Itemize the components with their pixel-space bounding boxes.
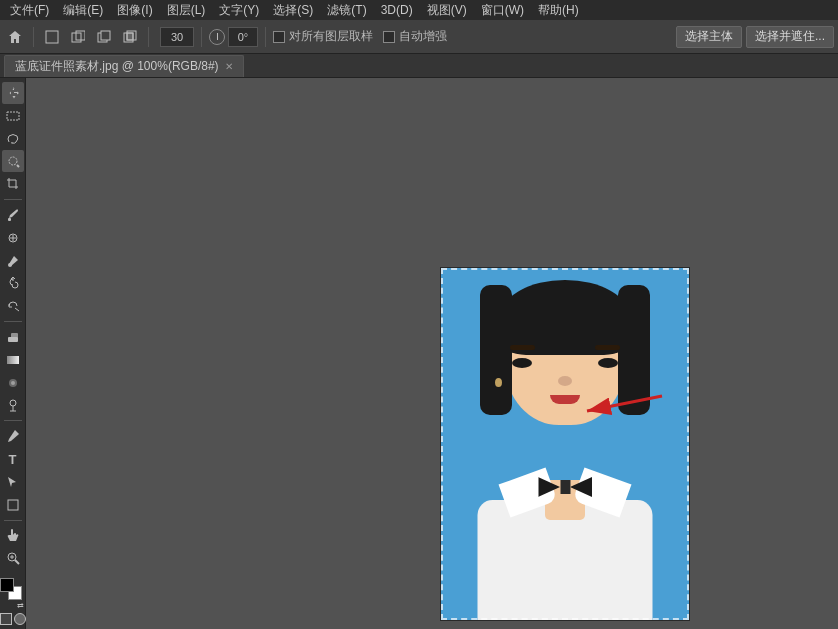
menu-bar: 文件(F) 编辑(E) 图像(I) 图层(L) 文字(Y) 选择(S) 滤镜(T… — [0, 0, 838, 20]
nose — [558, 376, 572, 386]
menu-image[interactable]: 图像(I) — [111, 0, 158, 21]
left-tool-zoom[interactable] — [2, 547, 24, 569]
brush-subtract-selection-icon[interactable] — [93, 26, 115, 48]
hair-top — [500, 280, 630, 355]
angle-value[interactable]: 0° — [228, 27, 258, 47]
toolbar-separator-4 — [265, 27, 266, 47]
svg-point-19 — [11, 381, 15, 385]
toolbar-separator-2 — [148, 27, 149, 47]
svg-point-14 — [8, 263, 12, 267]
left-tool-healing[interactable] — [2, 227, 24, 249]
eyebrow-left — [510, 345, 535, 350]
left-toolbar-sep-2 — [4, 321, 22, 322]
left-tool-move[interactable] — [2, 82, 24, 104]
left-tool-type[interactable]: T — [2, 448, 24, 470]
left-tool-hand[interactable] — [2, 525, 24, 547]
menu-select[interactable]: 选择(S) — [267, 0, 319, 21]
photo-container — [441, 268, 689, 620]
sample-all-layers-label: 对所有图层取样 — [289, 28, 373, 45]
angle-wheel[interactable] — [209, 29, 225, 45]
menu-3d[interactable]: 3D(D) — [375, 1, 419, 19]
canvas-area[interactable] — [26, 78, 838, 629]
select-and-mask-button[interactable]: 选择并遮住... — [746, 26, 834, 48]
tab-close-button[interactable]: ✕ — [225, 61, 233, 72]
left-tool-lasso[interactable] — [2, 128, 24, 150]
color-swatches[interactable]: ⇄ — [0, 578, 26, 608]
left-tool-shape[interactable] — [2, 494, 24, 516]
toolbar-separator-3 — [201, 27, 202, 47]
left-tool-eyedropper[interactable] — [2, 204, 24, 226]
type-icon-text: T — [9, 452, 17, 467]
swap-colors-icon[interactable]: ⇄ — [17, 601, 24, 610]
menu-help[interactable]: 帮助(H) — [532, 0, 585, 21]
left-toolbar-sep-1 — [4, 199, 22, 200]
svg-rect-16 — [11, 333, 18, 338]
left-tool-blur[interactable] — [2, 372, 24, 394]
photo-image — [441, 268, 689, 620]
left-tool-marquee[interactable] — [2, 105, 24, 127]
brush-intersect-selection-icon[interactable] — [119, 26, 141, 48]
sample-all-layers-group: 对所有图层取样 — [273, 28, 373, 45]
left-tool-eraser[interactable] — [2, 326, 24, 348]
left-tool-dodge[interactable] — [2, 395, 24, 417]
foreground-color-swatch[interactable] — [0, 578, 14, 592]
menu-view[interactable]: 视图(V) — [421, 0, 473, 21]
svg-rect-7 — [127, 33, 133, 40]
document-tab[interactable]: 蓝底证件照素材.jpg @ 100%(RGB/8#) ✕ — [4, 55, 244, 77]
options-toolbar: 30 0° 对所有图层取样 自动增强 选择主体 选择并遮住... — [0, 20, 838, 54]
home-icon[interactable] — [4, 26, 26, 48]
left-tool-history-brush[interactable] — [2, 295, 24, 317]
hair-right — [618, 285, 650, 415]
brush-size-value[interactable]: 30 — [160, 27, 194, 47]
left-tool-quick-select[interactable] — [2, 150, 24, 172]
menu-window[interactable]: 窗口(W) — [475, 0, 530, 21]
svg-rect-23 — [8, 500, 18, 510]
hair-left — [480, 285, 512, 415]
auto-enhance-checkbox[interactable] — [383, 31, 395, 43]
angle-control: 0° — [209, 27, 258, 47]
quick-mask-buttons — [0, 613, 26, 625]
auto-enhance-label: 自动增强 — [399, 28, 447, 45]
quick-mask-icon[interactable] — [14, 613, 26, 625]
left-tool-pen[interactable] — [2, 425, 24, 447]
eye-left — [512, 358, 532, 368]
auto-enhance-group: 自动增强 — [383, 28, 447, 45]
mouth — [550, 395, 580, 404]
svg-rect-0 — [46, 31, 58, 43]
eyebrow-right — [595, 345, 620, 350]
person-figure — [465, 270, 665, 620]
tab-bar: 蓝底证件照素材.jpg @ 100%(RGB/8#) ✕ — [0, 54, 838, 78]
standard-mode-icon[interactable] — [0, 613, 12, 625]
toolbar-separator-1 — [33, 27, 34, 47]
eye-right — [598, 358, 618, 368]
brush-new-selection-icon[interactable] — [41, 26, 63, 48]
svg-point-9 — [9, 157, 17, 165]
left-tool-brush[interactable] — [2, 250, 24, 272]
earring-left — [495, 378, 502, 387]
main-area: T — [0, 78, 838, 629]
svg-line-25 — [15, 560, 19, 564]
left-tool-gradient[interactable] — [2, 349, 24, 371]
left-toolbar: T — [0, 78, 26, 629]
svg-point-20 — [10, 400, 16, 406]
svg-rect-10 — [8, 218, 11, 221]
tab-filename: 蓝底证件照素材.jpg @ 100%(RGB/8#) — [15, 58, 219, 75]
brush-add-selection-icon[interactable] — [67, 26, 89, 48]
bow-tie — [538, 472, 593, 502]
left-tool-clone[interactable] — [2, 272, 24, 294]
select-subject-button[interactable]: 选择主体 — [676, 26, 742, 48]
menu-edit[interactable]: 编辑(E) — [57, 0, 109, 21]
left-toolbar-sep-3 — [4, 420, 22, 421]
menu-file[interactable]: 文件(F) — [4, 0, 55, 21]
svg-rect-4 — [101, 31, 110, 40]
menu-type[interactable]: 文字(Y) — [213, 0, 265, 21]
sample-all-layers-checkbox[interactable] — [273, 31, 285, 43]
svg-rect-17 — [7, 356, 19, 364]
left-toolbar-sep-4 — [4, 520, 22, 521]
svg-rect-8 — [7, 112, 19, 120]
menu-layer[interactable]: 图层(L) — [161, 0, 212, 21]
menu-filter[interactable]: 滤镜(T) — [321, 0, 372, 21]
left-tool-crop[interactable] — [2, 173, 24, 195]
left-tool-path-select[interactable] — [2, 471, 24, 493]
